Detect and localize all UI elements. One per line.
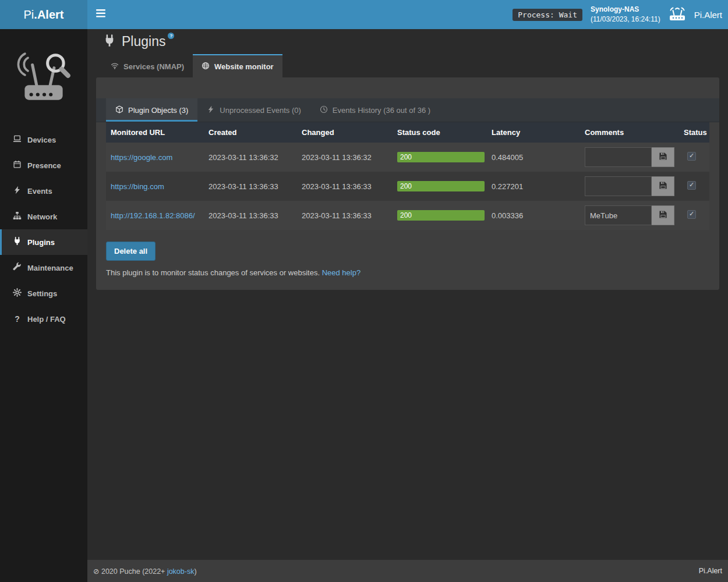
pialert-logo <box>0 29 87 127</box>
column-header-changed: Changed <box>297 122 393 143</box>
sidebar-item-label: Help / FAQ <box>27 315 66 324</box>
sidebar-toggle-button[interactable] <box>87 0 114 29</box>
cube-icon <box>115 105 123 115</box>
column-header-status-code: Status code <box>393 122 487 143</box>
tab-label: Website monitor <box>214 62 274 71</box>
changed-cell: 2023-03-11 13:36:33 <box>297 172 393 201</box>
sidebar-item-label: Presence <box>27 161 61 170</box>
status-checkbox[interactable] <box>687 210 696 219</box>
plugin-tabs: Services (NMAP) Website monitor <box>102 54 728 77</box>
tab-events-history[interactable]: Events History (36 out of 36 ) <box>310 98 440 122</box>
sidebar-item-plugins[interactable]: Plugins <box>0 229 87 255</box>
monitored-url-link[interactable]: http://192.168.1.82:8086/ <box>111 211 195 220</box>
save-comment-button[interactable] <box>652 176 674 196</box>
globe-icon <box>202 62 210 72</box>
comment-input[interactable] <box>585 147 652 167</box>
host-name: Synology-NAS <box>591 5 660 15</box>
need-help-link[interactable]: Need help? <box>322 268 361 277</box>
tab-label: Events History (36 out of 36 ) <box>333 106 430 115</box>
page-title: Plugins ? <box>103 34 728 49</box>
status-code-value: 200 <box>400 153 412 161</box>
monitored-url-link[interactable]: https://google.com <box>111 153 172 162</box>
topbar: Pi.Alert Process: Wait Synology-NAS (11/… <box>0 0 728 29</box>
table-row: https://bing.com 2023-03-11 13:36:33 202… <box>106 172 709 201</box>
save-comment-button[interactable] <box>652 205 674 225</box>
sidebar-item-maintenance[interactable]: Maintenance <box>0 255 87 281</box>
sidebar-item-label: Events <box>27 187 52 196</box>
created-cell: 2023-03-11 13:36:33 <box>204 201 297 230</box>
tab-services-nmap[interactable]: Services (NMAP) <box>102 54 193 77</box>
comment-input[interactable] <box>585 205 652 225</box>
sitemap-icon <box>13 211 22 222</box>
sidebar-item-settings[interactable]: Settings <box>0 281 87 306</box>
tab-website-monitor[interactable]: Website monitor <box>193 54 282 77</box>
page-title-text: Plugins <box>122 34 165 49</box>
tab-plugin-objects[interactable]: Plugin Objects (3) <box>106 98 197 122</box>
help-badge-icon[interactable]: ? <box>168 33 174 39</box>
created-cell: 2023-03-11 13:36:33 <box>204 172 297 201</box>
laptop-icon <box>13 134 22 145</box>
status-code-bar: 200 <box>397 181 485 191</box>
sidebar-nav: Devices Presence Events Network Plugins … <box>0 127 87 332</box>
status-code-value: 200 <box>400 182 412 190</box>
sidebar-item-label: Plugins <box>27 238 55 247</box>
sidebar-item-help-faq[interactable]: Help / FAQ <box>0 306 87 332</box>
plug-icon <box>13 237 22 247</box>
changed-cell: 2023-03-11 13:36:33 <box>297 201 393 230</box>
wrench-icon <box>13 262 22 273</box>
comment-input-group <box>585 176 674 196</box>
plug-icon <box>103 34 116 49</box>
monitored-url-link[interactable]: https://bing.com <box>111 182 164 191</box>
tab-unprocessed-events[interactable]: Unprocessed Events (0) <box>197 98 310 122</box>
brand-logo[interactable]: Pi.Alert <box>0 0 87 29</box>
latency-cell: 0.003336 <box>487 201 580 230</box>
bolt-icon <box>207 105 215 115</box>
delete-all-button[interactable]: Delete all <box>106 242 156 261</box>
calendar-icon <box>13 160 22 171</box>
clock-icon <box>320 105 328 115</box>
column-header-latency: Latency <box>487 122 580 143</box>
status-checkbox[interactable] <box>687 152 696 161</box>
plugin-objects-table: Monitored URL Created Changed Status cod… <box>106 122 709 230</box>
plugin-subtabs: Plugin Objects (3) Unprocessed Events (0… <box>96 98 719 122</box>
process-status-badge: Process: Wait <box>513 9 582 21</box>
column-header-comments: Comments <box>580 122 679 143</box>
footer-copyright: ⊘ 2020 Puche (2022+ jokob-sk) <box>93 567 197 576</box>
table-header-row: Monitored URL Created Changed Status cod… <box>106 122 709 143</box>
comment-input-group <box>585 147 674 167</box>
latency-cell: 0.227201 <box>487 172 580 201</box>
host-timestamp: (11/03/2023, 16:24:11) <box>591 15 660 24</box>
sidebar-item-events[interactable]: Events <box>0 178 87 204</box>
sidebar: Devices Presence Events Network Plugins … <box>0 29 87 582</box>
comment-input[interactable] <box>585 176 652 196</box>
save-icon <box>659 210 667 221</box>
save-comment-button[interactable] <box>652 147 674 167</box>
status-checkbox[interactable] <box>687 181 696 190</box>
sidebar-item-network[interactable]: Network <box>0 204 87 229</box>
sidebar-item-label: Maintenance <box>27 264 73 272</box>
sidebar-item-devices[interactable]: Devices <box>0 127 87 152</box>
status-code-bar: 200 <box>397 152 485 162</box>
column-header-status: Status <box>679 122 709 143</box>
tab-label: Unprocessed Events (0) <box>220 106 301 115</box>
gear-icon <box>13 288 22 299</box>
footer: ⊘ 2020 Puche (2022+ jokob-sk) Pi.Alert <box>87 560 728 582</box>
created-cell: 2023-03-11 13:36:32 <box>204 143 297 172</box>
sidebar-item-presence[interactable]: Presence <box>0 152 87 178</box>
table-row: http://192.168.1.82:8086/ 2023-03-11 13:… <box>106 201 709 230</box>
tab-label: Services (NMAP) <box>123 62 184 71</box>
save-icon <box>659 152 667 162</box>
brand-light: Pi <box>24 8 34 22</box>
app-name[interactable]: Pi.Alert <box>694 10 722 20</box>
sidebar-item-label: Network <box>27 212 57 221</box>
column-header-created: Created <box>204 122 297 143</box>
comment-input-group <box>585 205 674 225</box>
latency-cell: 0.484005 <box>487 143 580 172</box>
bolt-icon <box>13 186 22 196</box>
column-header-monitored-url: Monitored URL <box>106 122 204 143</box>
status-code-value: 200 <box>400 211 412 219</box>
router-logo-icon <box>669 6 686 23</box>
question-icon <box>13 314 22 324</box>
tab-label: Plugin Objects (3) <box>128 106 188 115</box>
jokob-sk-link[interactable]: jokob-sk <box>167 567 195 576</box>
